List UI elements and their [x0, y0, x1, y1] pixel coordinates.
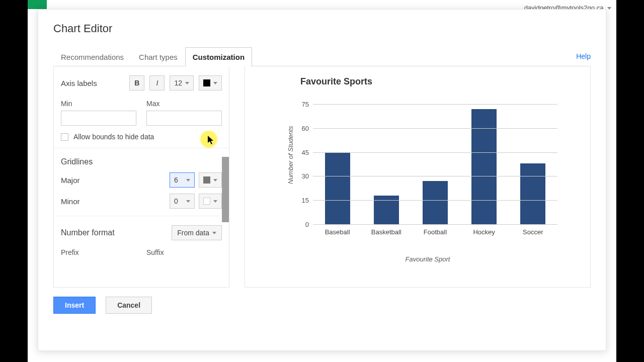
x-axis-label: Favourite Sport	[280, 255, 575, 263]
major-color-select[interactable]	[199, 172, 222, 188]
x-tick-label: Soccer	[515, 228, 550, 236]
cancel-button[interactable]: Cancel	[106, 297, 152, 314]
gridline	[313, 176, 557, 176]
number-format-heading: Number format	[61, 228, 115, 237]
bar	[423, 181, 448, 224]
gridline	[313, 224, 557, 225]
customization-panel: Axis labels B I 12	[53, 66, 229, 288]
major-count-value: 6	[174, 176, 178, 184]
chart-preview: Favourite Sports Number of Students Base…	[245, 66, 591, 288]
chevron-down-icon	[186, 179, 190, 182]
chevron-down-icon	[607, 7, 611, 10]
x-tick-label: Football	[418, 228, 453, 236]
font-color-select[interactable]	[199, 75, 222, 90]
color-swatch-icon	[203, 79, 210, 86]
tabs: Recommendations Chart types Customizatio…	[53, 47, 591, 66]
insert-button[interactable]: Insert	[53, 297, 96, 314]
bold-button[interactable]: B	[129, 75, 144, 90]
min-input[interactable]	[61, 111, 136, 126]
bar	[520, 163, 545, 224]
number-format-value: From data	[177, 229, 209, 237]
app-brand-corner	[28, 0, 47, 9]
minor-count-value: 0	[174, 197, 178, 205]
chevron-down-icon	[185, 82, 189, 84]
y-axis-label: Number of Students	[287, 126, 294, 184]
prefix-label: Prefix	[61, 248, 136, 256]
minor-label: Minor	[61, 197, 80, 206]
plot-area: BaseballBasketballFootballHockeySoccer 0…	[313, 104, 557, 224]
axis-labels-heading: Axis labels	[61, 79, 124, 87]
chevron-down-icon	[213, 179, 217, 182]
chevron-down-icon	[212, 232, 216, 234]
y-tick-label: 15	[302, 197, 313, 204]
y-tick-label: 45	[302, 148, 313, 156]
gridlines-heading: Gridlines	[61, 157, 222, 166]
x-tick-label: Basketball	[369, 228, 404, 236]
allow-bounds-checkbox[interactable]	[61, 133, 68, 141]
minor-count-select[interactable]: 0	[170, 194, 195, 209]
gridline	[313, 104, 557, 105]
min-label: Min	[61, 100, 136, 108]
y-tick-label: 75	[302, 101, 313, 108]
font-size-value: 12	[174, 79, 182, 87]
tab-customization[interactable]: Customization	[185, 47, 252, 66]
chart-editor-dialog: Chart Editor Recommendations Chart types…	[38, 9, 606, 351]
help-link[interactable]: Help	[576, 52, 591, 60]
chart-title: Favourite Sports	[300, 76, 575, 87]
chevron-down-icon	[186, 200, 190, 203]
tab-chart-types[interactable]: Chart types	[131, 47, 185, 66]
gridline	[313, 128, 557, 129]
bar	[471, 109, 497, 224]
minor-color-select[interactable]	[199, 194, 222, 209]
chevron-down-icon	[213, 82, 217, 84]
y-tick-label: 30	[302, 172, 313, 180]
x-tick-label: Baseball	[320, 228, 355, 236]
tab-recommendations[interactable]: Recommendations	[53, 47, 131, 66]
chevron-down-icon	[213, 200, 217, 203]
gridline	[313, 200, 557, 201]
major-label: Major	[61, 176, 80, 185]
y-tick-label: 60	[302, 124, 313, 132]
scrollbar-thumb[interactable]	[222, 157, 229, 222]
gridline	[313, 152, 557, 153]
color-swatch-icon	[203, 176, 210, 184]
dialog-title: Chart Editor	[53, 22, 591, 35]
font-size-select[interactable]: 12	[170, 75, 194, 90]
x-tick-label: Hockey	[466, 228, 502, 236]
bar	[325, 152, 350, 224]
max-input[interactable]	[146, 111, 222, 126]
number-format-select[interactable]: From data	[172, 225, 222, 240]
italic-button[interactable]: I	[149, 75, 165, 90]
suffix-label: Suffix	[146, 248, 222, 256]
y-tick-label: 0	[305, 221, 313, 228]
allow-bounds-label: Allow bounds to hide data	[73, 133, 154, 141]
major-count-select[interactable]: 6	[170, 172, 195, 188]
color-swatch-icon	[203, 198, 210, 205]
max-label: Max	[146, 100, 222, 108]
